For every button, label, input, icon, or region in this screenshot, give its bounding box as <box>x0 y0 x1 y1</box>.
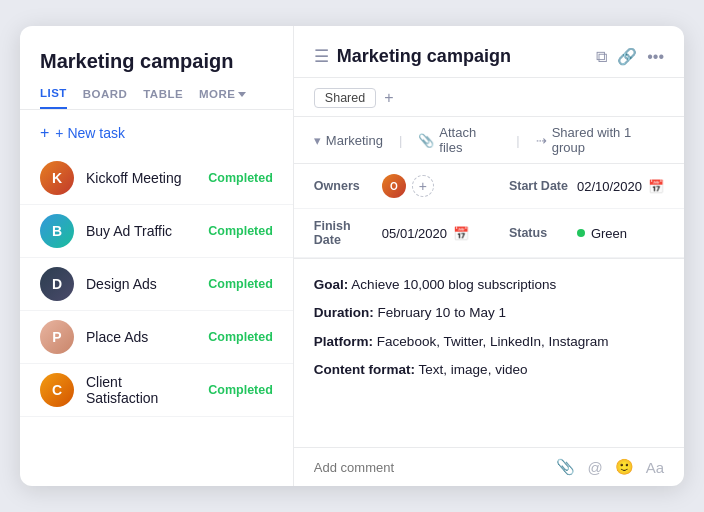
document-icon: ☰ <box>314 46 329 67</box>
comment-actions: 📎 @ 🙂 Aa <box>556 458 664 476</box>
status-badge: Completed <box>208 383 273 397</box>
task-item[interactable]: B Buy Ad Traffic Completed <box>20 205 293 258</box>
shared-label: Shared with 1 group <box>552 125 664 155</box>
avatar: P <box>40 320 74 354</box>
desc-duration: Duration: February 10 to May 1 <box>314 303 664 323</box>
add-owner-button[interactable]: + <box>412 175 434 197</box>
desc-platform: Platform: Facebook, Twitter, LinkedIn, I… <box>314 332 664 352</box>
emoji-icon[interactable]: 🙂 <box>615 458 634 476</box>
task-item[interactable]: D Design Ads Completed <box>20 258 293 311</box>
task-name: Client Satisfaction <box>86 374 196 406</box>
status-badge: Completed <box>208 224 273 238</box>
attach-comment-icon[interactable]: 📎 <box>556 458 575 476</box>
finish-date-field[interactable]: Finish Date 05/01/2020 📅 <box>294 209 489 258</box>
finish-date-text: 05/01/2020 <box>382 226 447 241</box>
add-tag-button[interactable]: + <box>384 89 393 107</box>
right-panel: ☰ Marketing campaign ⧉ 🔗 ••• Shared + ▾ … <box>294 26 684 486</box>
calendar-icon-finish: 📅 <box>453 226 469 241</box>
plus-icon: + <box>40 124 49 142</box>
left-panel: Marketing campaign LIST BOARD TABLE MORE… <box>20 26 294 486</box>
more-options-icon[interactable]: ••• <box>647 48 664 66</box>
folder-icon: ▾ <box>314 133 321 148</box>
task-name: Kickoff Meeting <box>86 170 196 186</box>
main-card: Marketing campaign LIST BOARD TABLE MORE… <box>20 26 684 486</box>
metadata-bar: ▾ Marketing | 📎 Attach files | ⇢ Shared … <box>294 117 684 164</box>
start-date-field[interactable]: Start Date 02/10/2020 📅 <box>489 164 684 209</box>
status-badge: Completed <box>208 171 273 185</box>
rss-icon[interactable]: ⧉ <box>596 48 607 66</box>
description-area: Goal: Achieve 10,000 blog subscriptions … <box>294 259 684 447</box>
format-icon[interactable]: Aa <box>646 459 664 476</box>
desc-goal: Goal: Achieve 10,000 blog subscriptions <box>314 275 664 295</box>
avatar: B <box>40 214 74 248</box>
fields-grid: Owners O + Start Date 02/10/2020 📅 Finis… <box>294 164 684 259</box>
header-actions: ⧉ 🔗 ••• <box>596 47 664 66</box>
tab-more[interactable]: MORE <box>199 88 246 108</box>
left-tabs: LIST BOARD TABLE MORE <box>20 87 293 110</box>
left-title: Marketing campaign <box>20 50 293 87</box>
status-label: Status <box>509 226 569 240</box>
new-task-label: + New task <box>55 125 125 141</box>
mention-icon[interactable]: @ <box>587 459 602 476</box>
shared-meta[interactable]: ⇢ Shared with 1 group <box>536 125 664 155</box>
task-item[interactable]: P Place Ads Completed <box>20 311 293 364</box>
task-item[interactable]: K Kickoff Meeting Completed <box>20 152 293 205</box>
comment-bar: 📎 @ 🙂 Aa <box>294 447 684 486</box>
tab-list[interactable]: LIST <box>40 87 67 109</box>
tab-board[interactable]: BOARD <box>83 88 127 108</box>
status-badge: Completed <box>208 277 273 291</box>
tab-table[interactable]: TABLE <box>143 88 183 108</box>
task-name: Buy Ad Traffic <box>86 223 196 239</box>
finish-date-label: Finish Date <box>314 219 374 247</box>
shared-tag[interactable]: Shared <box>314 88 376 108</box>
new-task-button[interactable]: + + New task <box>20 110 293 152</box>
right-header: ☰ Marketing campaign ⧉ 🔗 ••• <box>294 26 684 78</box>
chevron-down-icon <box>238 92 246 97</box>
share-icon: ⇢ <box>536 133 547 148</box>
status-dot <box>577 229 585 237</box>
desc-content-format: Content format: Text, image, video <box>314 360 664 380</box>
task-item[interactable]: C Client Satisfaction Completed <box>20 364 293 417</box>
separator: | <box>516 133 519 148</box>
status-value: Green <box>577 226 627 241</box>
calendar-icon: 📅 <box>648 179 664 194</box>
shared-tag-row: Shared + <box>294 78 684 117</box>
comment-input[interactable] <box>314 460 557 475</box>
finish-date-value: 05/01/2020 📅 <box>382 226 469 241</box>
status-badge: Completed <box>208 330 273 344</box>
task-name: Design Ads <box>86 276 196 292</box>
status-text: Green <box>591 226 627 241</box>
right-title: Marketing campaign <box>337 46 596 67</box>
owner-avatar: O <box>382 174 406 198</box>
folder-label: Marketing <box>326 133 383 148</box>
avatar: C <box>40 373 74 407</box>
link-icon[interactable]: 🔗 <box>617 47 637 66</box>
start-date-text: 02/10/2020 <box>577 179 642 194</box>
task-list: K Kickoff Meeting Completed B Buy Ad Tra… <box>20 152 293 417</box>
status-field[interactable]: Status Green <box>489 209 684 258</box>
separator: | <box>399 133 402 148</box>
attach-meta[interactable]: 📎 Attach files <box>418 125 500 155</box>
start-date-value: 02/10/2020 📅 <box>577 179 664 194</box>
folder-meta[interactable]: ▾ Marketing <box>314 133 383 148</box>
task-name: Place Ads <box>86 329 196 345</box>
avatar: K <box>40 161 74 195</box>
start-date-label: Start Date <box>509 179 569 193</box>
owners-field[interactable]: Owners O + <box>294 164 489 209</box>
avatar: D <box>40 267 74 301</box>
owners-label: Owners <box>314 179 374 193</box>
paperclip-icon: 📎 <box>418 133 434 148</box>
owners-value: O + <box>382 174 434 198</box>
attach-label: Attach files <box>439 125 500 155</box>
